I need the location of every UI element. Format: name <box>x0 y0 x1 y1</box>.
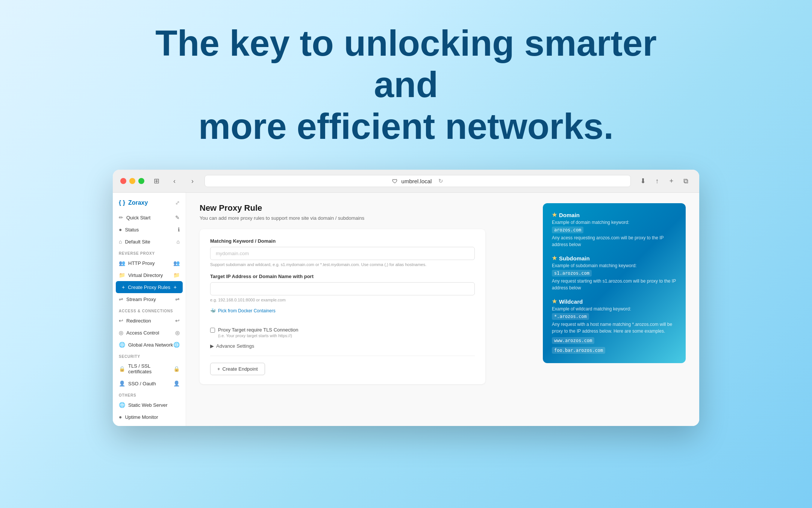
sidebar-item-create-proxy-rules[interactable]: + Create Proxy Rules + <box>116 281 183 293</box>
sidebar-label: SSO / Oauth <box>128 381 156 386</box>
sidebar-item-stream-proxy[interactable]: ⇌ Stream Proxy ⇌ <box>113 293 186 305</box>
sidebar-label: Stream Proxy <box>126 297 156 302</box>
sidebar-item-default-site[interactable]: ⌂ Default Site ⌂ <box>113 236 186 248</box>
section-access: ACCESS & CONNECTIONS <box>113 305 186 315</box>
wildcard-title: ★ Wildcard <box>552 298 677 305</box>
docker-button[interactable]: 🐳 Pick from Docker Containers <box>210 307 276 315</box>
sidebar-item-redirection[interactable]: ↩ Redirection ↩ <box>113 315 186 327</box>
sidebar-label: Virtual Directory <box>128 272 163 278</box>
subdomain-title: ★ Subdomain <box>552 255 677 262</box>
refresh-icon[interactable]: ↻ <box>438 178 443 184</box>
active-plus-icon: + <box>174 284 177 290</box>
create-proxy-icon: + <box>122 284 125 290</box>
docker-icon: 🐳 <box>210 308 216 313</box>
web-server-icon: 🌐 <box>119 402 125 408</box>
forward-button[interactable]: › <box>186 175 198 187</box>
headline-text: The key to unlocking smarter and more ef… <box>143 23 669 147</box>
share-icon[interactable]: ↑ <box>651 175 663 187</box>
sidebar-item-static-web[interactable]: 🌐 Static Web Server <box>113 399 186 411</box>
sidebar-label: TLS / SSL certificates <box>128 363 173 374</box>
sidebar-label: Status <box>125 227 139 233</box>
http-proxy-icon: 👥 <box>119 260 125 266</box>
matching-input[interactable] <box>210 247 475 260</box>
star-icon: ★ <box>552 255 557 262</box>
tls-checkbox[interactable] <box>210 328 215 333</box>
sidebar-label: Static Web Server <box>128 402 168 408</box>
lock-icon2: 🔒 <box>173 366 180 372</box>
sidebar-item-sso[interactable]: 👤 SSO / Oauth 👤 <box>113 377 186 389</box>
star-icon: ★ <box>552 298 557 305</box>
target-group: Target IP Address or Domain Name with po… <box>210 274 475 320</box>
tabs-icon[interactable]: ⧉ <box>680 175 692 187</box>
download-icon[interactable]: ⬇ <box>637 175 649 187</box>
sidebar-item-access-control[interactable]: ◎ Access Control ◎ <box>113 327 186 339</box>
sidebar-item-global-area-network[interactable]: 🌐 Global Area Network 🌐 <box>113 339 186 351</box>
redirection-icon: ↩ <box>119 318 123 324</box>
section-security: SECURITY <box>113 351 186 360</box>
stream-proxy-icon: ⇌ <box>119 296 123 302</box>
tls-label: Proxy Target require TLS Connection <box>218 327 298 333</box>
sidebar: { } Zoraxy ⤢ ✏ Quick Start ✎ ● Status ℹ <box>113 193 186 426</box>
default-site-icon: ⌂ <box>119 239 122 245</box>
tls-hint: (i.e. Your proxy target starts with http… <box>218 333 298 338</box>
folder-icon2: 📁 <box>173 272 180 278</box>
form-divider <box>210 356 475 356</box>
matching-label: Matching Keyword / Domain <box>210 238 475 244</box>
users-icon: 👥 <box>173 260 180 266</box>
wildcard-example-2: foo.bar.arozos.com <box>552 347 605 354</box>
info-subdomain: ★ Subdomain Example of subdomain matchin… <box>552 255 677 291</box>
sso-icon: 👤 <box>119 380 125 386</box>
sidebar-item-network-tools[interactable]: >_ Network Tools <box>113 423 186 426</box>
network-icon: 🌐 <box>119 342 125 348</box>
domain-title: ★ Domain <box>552 211 677 218</box>
sidebar-toggle-icon[interactable]: ⊞ <box>150 175 162 187</box>
browser-chrome: ⊞ ‹ › 🛡 umbrel.local ↻ ⬇ ↑ + ⧉ <box>113 170 699 193</box>
traffic-lights <box>120 178 144 184</box>
expand-icon[interactable]: ⤢ <box>175 200 180 206</box>
app-logo: { } Zoraxy ⤢ <box>113 197 186 211</box>
sidebar-item-quick-start[interactable]: ✏ Quick Start ✎ <box>113 211 186 224</box>
stream-icon2: ⇌ <box>175 296 180 302</box>
app-layout: { } Zoraxy ⤢ ✏ Quick Start ✎ ● Status ℹ <box>113 193 699 426</box>
sidebar-label: Default Site <box>125 239 150 245</box>
matching-keyword-group: Matching Keyword / Domain Support subdom… <box>210 238 475 267</box>
new-tab-icon[interactable]: + <box>665 175 677 187</box>
user-icon2: 👤 <box>173 380 180 386</box>
create-endpoint-button[interactable]: + Create Endpoint <box>210 363 265 375</box>
shield-icon: 🛡 <box>392 178 398 184</box>
target-input[interactable] <box>210 282 475 295</box>
sidebar-item-virtual-directory[interactable]: 📁 Virtual Directory 📁 <box>113 269 186 281</box>
browser-window: ⊞ ‹ › 🛡 umbrel.local ↻ ⬇ ↑ + ⧉ { } Zorax… <box>113 170 699 426</box>
home-icon: ⌂ <box>177 239 180 245</box>
sidebar-item-status[interactable]: ● Status ℹ <box>113 224 186 236</box>
sidebar-item-tls[interactable]: 🔒 TLS / SSL certificates 🔒 <box>113 360 186 377</box>
minimize-button[interactable] <box>129 178 135 184</box>
target-label: Target IP Address or Domain Name with po… <box>210 274 475 279</box>
info-icon: ℹ <box>178 227 180 233</box>
advance-settings-toggle[interactable]: ▶ Advance Settings <box>210 343 475 349</box>
info-domain: ★ Domain Example of domain matching keyw… <box>552 211 677 248</box>
quick-start-icon: ✏ <box>119 214 123 221</box>
maximize-button[interactable] <box>138 178 144 184</box>
sidebar-item-http-proxy[interactable]: 👥 HTTP Proxy 👥 <box>113 257 186 269</box>
section-reverse-proxy: REVERSE PROXY <box>113 248 186 257</box>
logo-symbol: { } <box>119 199 125 206</box>
status-icon: ● <box>119 227 122 233</box>
wildcard-example-1: www.arozos.com <box>552 337 594 344</box>
sidebar-label: Create Proxy Rules <box>128 284 170 290</box>
plus-icon: + <box>217 366 220 372</box>
sidebar-item-uptime[interactable]: ● Uptime Monitor <box>113 411 186 423</box>
url-text: umbrel.local <box>401 178 432 184</box>
back-button[interactable]: ‹ <box>168 175 180 187</box>
access-icon2: ◎ <box>175 330 180 336</box>
lock-icon: 🔒 <box>119 366 125 372</box>
chevron-right-icon: ▶ <box>210 343 214 349</box>
address-bar[interactable]: 🛡 umbrel.local ↻ <box>205 175 631 187</box>
sidebar-label: Redirection <box>126 318 151 324</box>
sidebar-label: HTTP Proxy <box>128 260 155 266</box>
sidebar-label: Uptime Monitor <box>125 414 158 420</box>
tls-checkbox-row: Proxy Target require TLS Connection (i.e… <box>210 327 475 338</box>
info-panel: ★ Domain Example of domain matching keyw… <box>543 203 686 363</box>
logo-name: Zoraxy <box>128 199 148 206</box>
close-button[interactable] <box>120 178 126 184</box>
